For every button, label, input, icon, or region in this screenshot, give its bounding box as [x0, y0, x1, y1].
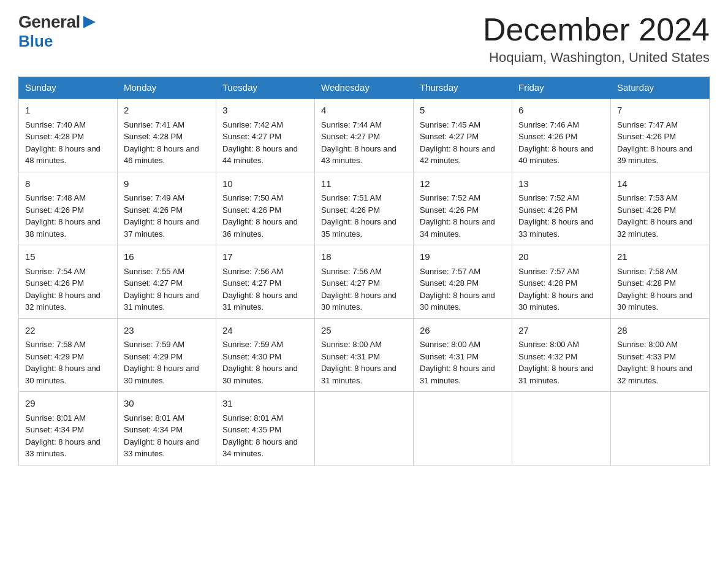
sunrise-text: Sunrise: 8:00 AM	[420, 340, 480, 349]
month-title: December 2024	[483, 12, 710, 47]
logo-blue-text: Blue	[18, 32, 53, 50]
calendar-cell: 2Sunrise: 7:41 AMSunset: 4:28 PMDaylight…	[118, 98, 216, 172]
sunrise-text: Sunrise: 7:51 AM	[321, 193, 382, 202]
sunrise-text: Sunrise: 7:57 AM	[518, 267, 579, 276]
day-number: 7	[617, 104, 703, 118]
daylight-text: Daylight: 8 hours and 31 minutes.	[124, 291, 199, 312]
daylight-text: Daylight: 8 hours and 33 minutes.	[518, 217, 594, 239]
daylight-text: Daylight: 8 hours and 38 minutes.	[25, 217, 100, 239]
column-header-thursday: Thursday	[414, 77, 512, 99]
daylight-text: Daylight: 8 hours and 35 minutes.	[321, 217, 396, 239]
daylight-text: Daylight: 8 hours and 32 minutes.	[25, 291, 100, 312]
calendar-cell: 26Sunrise: 8:00 AMSunset: 4:31 PMDayligh…	[414, 318, 512, 392]
calendar-cell: 14Sunrise: 7:53 AMSunset: 4:26 PMDayligh…	[611, 172, 710, 245]
sunrise-text: Sunrise: 7:42 AM	[222, 120, 283, 129]
day-number: 21	[617, 250, 703, 264]
column-header-saturday: Saturday	[611, 77, 710, 99]
sunrise-text: Sunrise: 7:56 AM	[222, 267, 283, 276]
sunrise-text: Sunrise: 7:40 AM	[25, 120, 86, 129]
daylight-text: Daylight: 8 hours and 30 minutes.	[518, 291, 594, 312]
calendar-cell: 30Sunrise: 8:01 AMSunset: 4:34 PMDayligh…	[118, 392, 216, 465]
day-number: 24	[222, 324, 308, 338]
sunrise-text: Sunrise: 8:00 AM	[518, 340, 579, 349]
calendar-cell: 8Sunrise: 7:48 AMSunset: 4:26 PMDaylight…	[19, 172, 118, 245]
day-number: 11	[321, 177, 407, 191]
calendar-cell: 18Sunrise: 7:56 AMSunset: 4:27 PMDayligh…	[315, 245, 414, 319]
daylight-text: Daylight: 8 hours and 39 minutes.	[617, 144, 692, 166]
calendar-week-2: 8Sunrise: 7:48 AMSunset: 4:26 PMDaylight…	[19, 172, 710, 245]
daylight-text: Daylight: 8 hours and 43 minutes.	[321, 144, 396, 166]
daylight-text: Daylight: 8 hours and 37 minutes.	[124, 217, 199, 239]
svg-marker-0	[83, 16, 96, 28]
daylight-text: Daylight: 8 hours and 30 minutes.	[420, 291, 495, 312]
calendar-cell: 21Sunrise: 7:58 AMSunset: 4:28 PMDayligh…	[611, 245, 710, 319]
calendar-cell: 29Sunrise: 8:01 AMSunset: 4:34 PMDayligh…	[19, 392, 118, 465]
column-header-wednesday: Wednesday	[315, 77, 414, 99]
daylight-text: Daylight: 8 hours and 30 minutes.	[124, 364, 199, 385]
sunset-text: Sunset: 4:35 PM	[222, 425, 281, 434]
sunrise-text: Sunrise: 8:01 AM	[25, 413, 86, 423]
day-number: 5	[420, 104, 506, 118]
calendar-table: SundayMondayTuesdayWednesdayThursdayFrid…	[18, 77, 710, 465]
sunset-text: Sunset: 4:31 PM	[420, 352, 479, 361]
calendar-cell: 6Sunrise: 7:46 AMSunset: 4:26 PMDaylight…	[512, 98, 611, 172]
calendar-cell: 4Sunrise: 7:44 AMSunset: 4:27 PMDaylight…	[315, 98, 414, 172]
sunset-text: Sunset: 4:31 PM	[321, 352, 380, 361]
title-block: December 2024 Hoquiam, Washington, Unite…	[483, 12, 710, 66]
calendar-cell: 5Sunrise: 7:45 AMSunset: 4:27 PMDaylight…	[414, 98, 512, 172]
sunrise-text: Sunrise: 7:41 AM	[124, 120, 184, 129]
calendar-cell: 7Sunrise: 7:47 AMSunset: 4:26 PMDaylight…	[611, 98, 710, 172]
day-number: 29	[25, 397, 111, 411]
daylight-text: Daylight: 8 hours and 30 minutes.	[25, 364, 100, 385]
day-number: 4	[321, 104, 407, 118]
day-number: 13	[518, 177, 604, 191]
sunset-text: Sunset: 4:27 PM	[124, 278, 183, 288]
logo-general-text: General	[18, 12, 80, 32]
calendar-cell: 22Sunrise: 7:58 AMSunset: 4:29 PMDayligh…	[19, 318, 118, 392]
day-number: 6	[518, 104, 604, 118]
day-number: 15	[25, 250, 111, 264]
sunset-text: Sunset: 4:27 PM	[420, 132, 479, 141]
sunset-text: Sunset: 4:28 PM	[420, 278, 479, 288]
sunrise-text: Sunrise: 7:46 AM	[518, 120, 579, 129]
sunset-text: Sunset: 4:29 PM	[25, 352, 84, 361]
day-number: 26	[420, 324, 506, 338]
sunset-text: Sunset: 4:27 PM	[222, 132, 281, 141]
sunset-text: Sunset: 4:27 PM	[321, 132, 380, 141]
calendar-cell: 31Sunrise: 8:01 AMSunset: 4:35 PMDayligh…	[216, 392, 315, 465]
sunset-text: Sunset: 4:28 PM	[617, 278, 676, 288]
sunset-text: Sunset: 4:28 PM	[518, 278, 577, 288]
column-header-tuesday: Tuesday	[216, 77, 315, 99]
calendar-cell: 27Sunrise: 8:00 AMSunset: 4:32 PMDayligh…	[512, 318, 611, 392]
daylight-text: Daylight: 8 hours and 33 minutes.	[25, 437, 100, 459]
column-header-sunday: Sunday	[19, 77, 118, 99]
sunset-text: Sunset: 4:26 PM	[518, 205, 577, 215]
sunrise-text: Sunrise: 8:01 AM	[222, 413, 283, 423]
day-number: 20	[518, 250, 604, 264]
sunset-text: Sunset: 4:29 PM	[124, 352, 183, 361]
daylight-text: Daylight: 8 hours and 48 minutes.	[25, 144, 100, 166]
calendar-cell: 20Sunrise: 7:57 AMSunset: 4:28 PMDayligh…	[512, 245, 611, 319]
day-number: 18	[321, 250, 407, 264]
day-number: 17	[222, 250, 308, 264]
sunrise-text: Sunrise: 7:59 AM	[222, 340, 283, 349]
daylight-text: Daylight: 8 hours and 32 minutes.	[617, 364, 692, 385]
sunrise-text: Sunrise: 7:45 AM	[420, 120, 480, 129]
day-number: 9	[124, 177, 210, 191]
daylight-text: Daylight: 8 hours and 31 minutes.	[518, 364, 594, 385]
sunset-text: Sunset: 4:26 PM	[617, 132, 676, 141]
sunrise-text: Sunrise: 7:57 AM	[420, 267, 480, 276]
daylight-text: Daylight: 8 hours and 31 minutes.	[222, 291, 298, 312]
day-number: 16	[124, 250, 210, 264]
sunset-text: Sunset: 4:26 PM	[420, 205, 479, 215]
sunset-text: Sunset: 4:27 PM	[222, 278, 281, 288]
calendar-cell: 10Sunrise: 7:50 AMSunset: 4:26 PMDayligh…	[216, 172, 315, 245]
calendar-cell: 15Sunrise: 7:54 AMSunset: 4:26 PMDayligh…	[19, 245, 118, 319]
calendar-cell: 9Sunrise: 7:49 AMSunset: 4:26 PMDaylight…	[118, 172, 216, 245]
daylight-text: Daylight: 8 hours and 30 minutes.	[617, 291, 692, 312]
daylight-text: Daylight: 8 hours and 42 minutes.	[420, 144, 495, 166]
sunrise-text: Sunrise: 7:48 AM	[25, 193, 86, 202]
calendar-week-4: 22Sunrise: 7:58 AMSunset: 4:29 PMDayligh…	[19, 318, 710, 392]
calendar-cell: 25Sunrise: 8:00 AMSunset: 4:31 PMDayligh…	[315, 318, 414, 392]
day-number: 30	[124, 397, 210, 411]
